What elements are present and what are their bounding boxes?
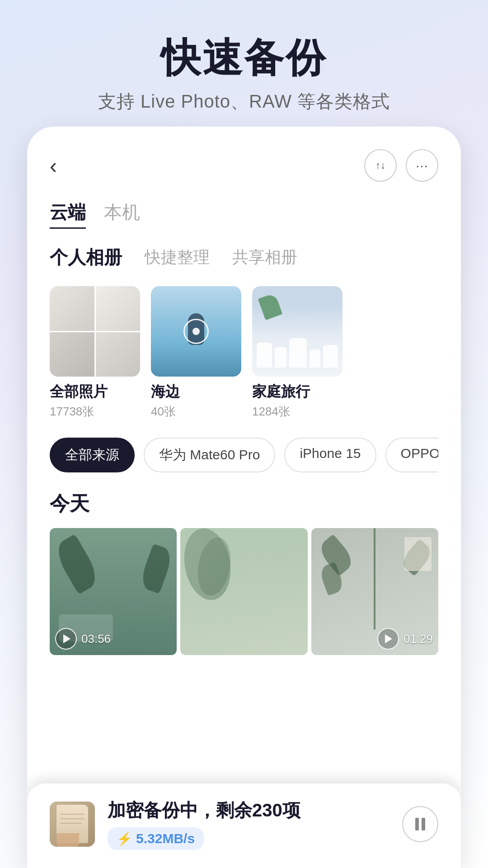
book-line-3 — [60, 823, 82, 824]
album-name-all: 全部照片 — [50, 382, 140, 402]
phone-card: ‹ ↑↓ ··· 云端 本机 个人相册 快捷整理 共享相册 — [27, 127, 461, 868]
filter-all[interactable]: 全部来源 — [50, 438, 135, 472]
plant-accent — [258, 293, 283, 321]
subtabs: 个人相册 快捷整理 共享相册 — [50, 245, 438, 270]
album-card-all[interactable]: 全部照片 17738张 — [50, 286, 140, 420]
wall-art — [404, 537, 432, 571]
building-2 — [275, 347, 287, 368]
live-dot — [192, 328, 200, 335]
lightning-icon: ⚡ — [117, 831, 132, 846]
book-line-1 — [60, 814, 84, 815]
live-photo-badge — [183, 319, 209, 344]
main-title: 快速备份 — [0, 36, 488, 80]
section-today: 今天 — [50, 491, 438, 517]
thumb-cell-1 — [50, 286, 94, 331]
leaf-overlay — [180, 528, 307, 655]
back-button[interactable]: ‹ — [50, 153, 77, 178]
album-name-ocean: 海边 — [151, 382, 241, 402]
building-3 — [289, 338, 306, 368]
video-duration-3: 01:29 — [404, 632, 433, 646]
photo-cell-2[interactable] — [180, 528, 307, 655]
subtab-quick[interactable]: 快捷整理 — [145, 246, 210, 269]
backup-thumb — [50, 802, 95, 847]
video-overlay-1: 03:56 — [55, 628, 111, 650]
book-line-2 — [60, 818, 84, 819]
backup-info: 加密备份中，剩余230项 ⚡ 5.32MB/s — [108, 798, 389, 850]
photo-cell-1[interactable]: 03:56 — [50, 528, 177, 655]
filter-huawei[interactable]: 华为 Mate60 Pro — [144, 438, 275, 472]
nav-bar: ‹ ↑↓ ··· — [50, 149, 438, 182]
play-triangle-3 — [385, 634, 392, 643]
album-count-all: 17738张 — [50, 404, 140, 420]
thumb-cell-3 — [50, 332, 94, 377]
subtab-personal[interactable]: 个人相册 — [50, 245, 122, 270]
sort-button[interactable]: ↑↓ — [364, 149, 397, 182]
speed-value: 5.32MB/s — [136, 831, 195, 846]
plant-stem — [374, 528, 375, 630]
play-button-1[interactable] — [55, 628, 77, 650]
thumb-cell-4 — [96, 332, 141, 377]
album-scroll: 全部照片 17738张 海边 40张 — [50, 286, 438, 420]
play-triangle-1 — [63, 634, 70, 643]
backup-speed: ⚡ 5.32MB/s — [108, 827, 204, 850]
thumb-background — [50, 802, 95, 847]
nav-right-buttons: ↑↓ ··· — [364, 149, 438, 182]
pause-button[interactable] — [402, 806, 438, 842]
leaf-1 — [52, 534, 102, 594]
backup-banner: 加密备份中，剩余230项 ⚡ 5.32MB/s — [27, 783, 461, 868]
photo-cell-3[interactable]: 01:29 — [311, 528, 438, 655]
album-card-family[interactable]: 家庭旅行 1284张 — [252, 286, 343, 420]
photo-grid: 03:56 01:29 — [50, 528, 438, 655]
page-background: 快速备份 支持 Live Photo、RAW 等各类格式 — [0, 0, 488, 132]
pause-icon — [415, 818, 425, 830]
tab-cloud[interactable]: 云端 — [50, 200, 86, 229]
album-card-ocean[interactable]: 海边 40张 — [151, 286, 241, 420]
album-name-family: 家庭旅行 — [252, 382, 343, 402]
more-icon: ··· — [416, 158, 428, 173]
card-inner: ‹ ↑↓ ··· 云端 本机 个人相册 快捷整理 共享相册 — [27, 127, 461, 868]
backup-title: 加密备份中，剩余230项 — [108, 798, 389, 823]
filter-row: 全部来源 华为 Mate60 Pro iPhone 15 OPPO Reno — [50, 438, 438, 472]
page-header: 快速备份 支持 Live Photo、RAW 等各类格式 — [0, 0, 488, 132]
video-duration-1: 03:56 — [81, 632, 111, 646]
building-1 — [257, 343, 272, 368]
more-button[interactable]: ··· — [406, 149, 438, 182]
thumb-cell-2 — [96, 286, 141, 331]
santorini-buildings — [257, 322, 338, 368]
filter-oppo[interactable]: OPPO Reno — [385, 438, 438, 472]
sort-icon: ↑↓ — [375, 160, 385, 171]
hand-shape — [56, 833, 79, 847]
main-tabs: 云端 本机 — [50, 200, 438, 229]
leaf-2 — [138, 543, 175, 594]
filter-iphone[interactable]: iPhone 15 — [284, 438, 376, 472]
pause-bar-1 — [415, 818, 419, 830]
video-overlay-3: 01:29 — [377, 628, 433, 650]
album-thumb-ocean — [151, 286, 241, 377]
play-button-3[interactable] — [377, 628, 399, 650]
album-count-family: 1284张 — [252, 404, 343, 420]
building-5 — [323, 345, 338, 368]
album-thumb-all — [50, 286, 140, 377]
building-4 — [310, 349, 320, 368]
subtab-shared[interactable]: 共享相册 — [232, 246, 297, 269]
sub-title: 支持 Live Photo、RAW 等各类格式 — [0, 89, 488, 114]
tab-local[interactable]: 本机 — [104, 200, 140, 229]
album-thumb-family — [252, 286, 343, 377]
album-count-ocean: 40张 — [151, 404, 241, 420]
pause-bar-2 — [422, 818, 425, 830]
